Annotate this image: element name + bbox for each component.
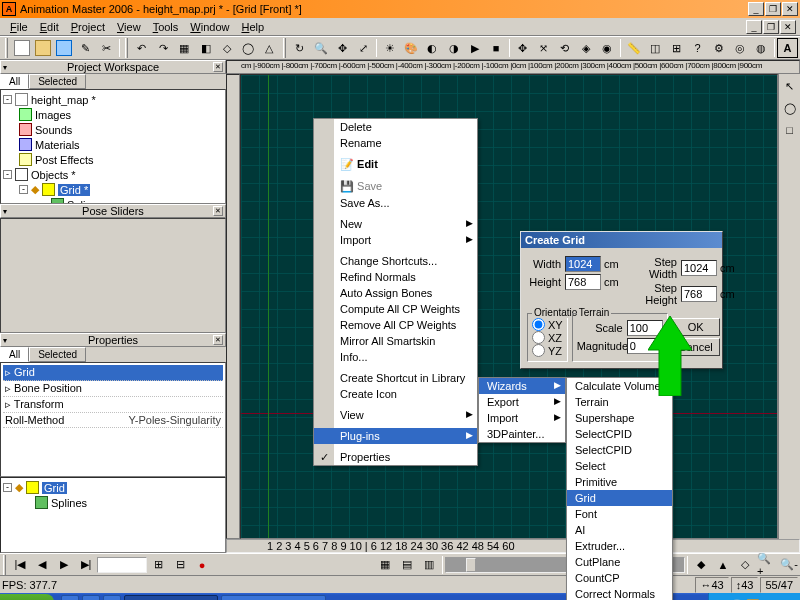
ctx-delete[interactable]: Delete: [314, 119, 477, 135]
tree-project[interactable]: height_map *: [31, 94, 96, 106]
tool-icon[interactable]: ✎: [75, 38, 96, 58]
play-icon[interactable]: ▶: [53, 555, 75, 575]
mdi-close-button[interactable]: ✕: [780, 20, 796, 34]
menu-edit[interactable]: Edit: [34, 21, 65, 33]
minimize-button[interactable]: _: [748, 2, 764, 16]
quicklaunch-icon[interactable]: ◉: [61, 595, 79, 600]
tool-icon[interactable]: ⚙: [708, 38, 729, 58]
task-animation-master[interactable]: 🅰 Animation M...: [124, 595, 218, 600]
mdi-restore-button[interactable]: ❐: [763, 20, 779, 34]
tab-all[interactable]: All: [0, 74, 29, 89]
maximize-button[interactable]: ❐: [765, 2, 781, 16]
zoom-out-icon[interactable]: 🔍-: [778, 555, 800, 575]
collapse-icon[interactable]: ▾: [3, 207, 7, 216]
tree-collapse-icon[interactable]: -: [3, 483, 12, 492]
ctx-font[interactable]: Font: [567, 506, 672, 522]
radio-xy[interactable]: [532, 318, 545, 331]
start-button[interactable]: ⊞ Start: [0, 594, 54, 600]
prop-roll-value[interactable]: Y-Poles-Singularity: [85, 414, 221, 426]
ctx-autoassign[interactable]: Auto Assign Bones: [314, 285, 477, 301]
tree-images[interactable]: Images: [35, 109, 71, 121]
text-icon[interactable]: A: [777, 38, 798, 58]
tab-selected[interactable]: Selected: [29, 347, 86, 362]
tool-icon[interactable]: ◇: [734, 555, 756, 575]
tool-icon[interactable]: ◧: [195, 38, 216, 58]
ctx-shortcuts[interactable]: Change Shortcuts...: [314, 253, 477, 269]
tool-icon[interactable]: ◯: [238, 38, 259, 58]
ctx-new[interactable]: New▶: [314, 216, 477, 232]
properties-list[interactable]: ▹ Grid ▹ Bone Position ▹ Transform Roll-…: [0, 362, 226, 477]
close-icon[interactable]: ✕: [213, 335, 223, 345]
quicklaunch-icon[interactable]: ◎: [82, 595, 100, 600]
tool-icon[interactable]: ▥: [418, 555, 440, 575]
tree-sounds[interactable]: Sounds: [35, 124, 72, 136]
tool-icon[interactable]: ⊞: [666, 38, 687, 58]
task-photoshop[interactable]: 📷 Adobe Photos...: [221, 595, 325, 600]
lower-tree[interactable]: -◆ Grid Splines: [0, 477, 226, 553]
tool-icon[interactable]: ☀: [379, 38, 400, 58]
tab-all[interactable]: All: [0, 347, 29, 362]
tree-materials[interactable]: Materials: [35, 139, 80, 151]
ctx-supershape[interactable]: Supershape: [567, 410, 672, 426]
tree-collapse-icon[interactable]: -: [19, 185, 28, 194]
toolbar-grip[interactable]: [5, 38, 8, 58]
ctx-import2[interactable]: Import▶: [479, 410, 565, 426]
mdi-minimize-button[interactable]: _: [746, 20, 762, 34]
tool-icon[interactable]: ◍: [751, 38, 772, 58]
tool-icon[interactable]: ◑: [443, 38, 464, 58]
record-icon[interactable]: ●: [191, 555, 213, 575]
tree-collapse-icon[interactable]: -: [3, 170, 12, 179]
ctx-correct[interactable]: Correct Normals: [567, 586, 672, 600]
menu-tools[interactable]: Tools: [147, 21, 185, 33]
tree-splines2[interactable]: Splines: [51, 497, 87, 509]
ctx-select[interactable]: Select: [567, 458, 672, 474]
ctx-refind[interactable]: Refind Normals: [314, 269, 477, 285]
undo-icon[interactable]: ↶: [131, 38, 152, 58]
close-icon[interactable]: ✕: [213, 62, 223, 72]
cursor-icon[interactable]: ↖: [779, 76, 801, 96]
tool-icon[interactable]: ◈: [576, 38, 597, 58]
tool-icon[interactable]: ◯: [779, 98, 801, 118]
tree-grid[interactable]: Grid *: [58, 184, 90, 196]
ctx-terrain[interactable]: Terrain: [567, 394, 672, 410]
tree-collapse-icon[interactable]: -: [3, 95, 12, 104]
tab-selected[interactable]: Selected: [29, 74, 86, 89]
tool-icon[interactable]: ◉: [597, 38, 618, 58]
ctx-mirror[interactable]: Mirror All Smartskin: [314, 333, 477, 349]
prop-transform[interactable]: Transform: [14, 398, 64, 410]
dialog-title[interactable]: Create Grid: [521, 232, 722, 248]
tool-icon[interactable]: ▶: [464, 38, 485, 58]
tool-icon[interactable]: ✥: [332, 38, 353, 58]
tool-icon[interactable]: ⊞: [147, 555, 169, 575]
toolbar-grip[interactable]: [125, 38, 128, 58]
width-input[interactable]: [565, 256, 601, 272]
ctx-wizards[interactable]: Wizards▶: [479, 378, 565, 394]
tool-icon[interactable]: ↻: [289, 38, 310, 58]
ctx-selcpid2[interactable]: SelectCPID: [567, 442, 672, 458]
close-button[interactable]: ✕: [782, 2, 798, 16]
zoom-in-icon[interactable]: 🔍+: [756, 555, 778, 575]
menu-project[interactable]: Project: [65, 21, 111, 33]
tool-icon[interactable]: ✂: [96, 38, 117, 58]
ctx-grid[interactable]: Grid: [567, 490, 672, 506]
ctx-saveas[interactable]: Save As...: [314, 195, 477, 211]
open-icon[interactable]: [32, 38, 53, 58]
tree-objects[interactable]: Objects *: [31, 169, 76, 181]
ctx-createicon[interactable]: Create Icon: [314, 386, 477, 402]
height-input[interactable]: [565, 274, 601, 290]
frame-input[interactable]: [97, 557, 147, 573]
prop-bone[interactable]: Bone Position: [14, 382, 82, 394]
ctx-3dpainter[interactable]: 3DPainter...: [479, 426, 565, 442]
ctx-import[interactable]: Import▶: [314, 232, 477, 248]
radio-yz[interactable]: [532, 344, 545, 357]
close-icon[interactable]: ✕: [213, 206, 223, 216]
ctx-libshortcut[interactable]: Create Shortcut in Library: [314, 370, 477, 386]
tool-icon[interactable]: ⤧: [533, 38, 554, 58]
tool-icon[interactable]: 🔍: [310, 38, 331, 58]
ctx-info[interactable]: Info...: [314, 349, 477, 365]
ctx-compute[interactable]: Compute All CP Weights: [314, 301, 477, 317]
tool-icon[interactable]: ▲: [712, 555, 734, 575]
menu-view[interactable]: View: [111, 21, 147, 33]
tool-icon[interactable]: ▤: [396, 555, 418, 575]
play-prev-icon[interactable]: ◀: [31, 555, 53, 575]
